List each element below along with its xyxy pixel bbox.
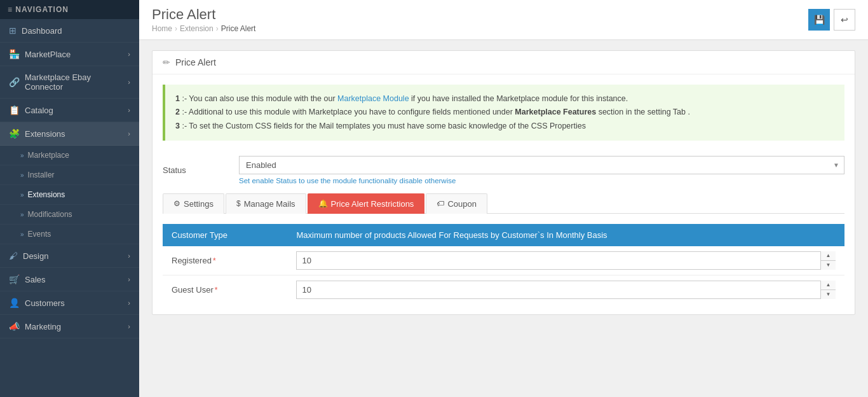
chevron-right-icon: › (128, 299, 130, 307)
sidebar-item-label: MarketPlace (25, 50, 71, 59)
spinner-down-btn[interactable]: ▼ (821, 261, 836, 270)
max-products-cell: ▲ ▼ (287, 275, 844, 304)
sidebar-item-marketing[interactable]: 📣 Marketing › (0, 315, 139, 338)
number-spinners: ▲ ▼ (820, 281, 836, 299)
design-icon: 🖌 (9, 251, 18, 261)
required-indicator: * (215, 286, 218, 295)
pencil-icon: ✏ (163, 57, 170, 67)
chevron-right-icon: › (128, 323, 130, 330)
sidebar-sub-modifications[interactable]: » Modifications (0, 205, 139, 225)
status-select-wrapper: Enabled Disabled (239, 156, 844, 174)
sidebar-item-label: Sales (25, 275, 46, 284)
sidebar-sub-installer[interactable]: » Installer (0, 165, 139, 185)
spinner-up-btn[interactable]: ▲ (821, 281, 836, 290)
breadcrumb-home[interactable]: Home (152, 24, 172, 33)
tab-price-alert-restrictions[interactable]: 🔔 Price Alert Restrictions (308, 193, 425, 214)
sidebar-item-marketplace-ebay[interactable]: 🔗 Marketplace Ebay Connector › (0, 66, 139, 99)
tab-label: Manage Mails (244, 199, 295, 209)
sidebar-sub-label: Extensions (28, 190, 65, 199)
tab-label: Coupon (447, 199, 477, 209)
sidebar-item-marketplace[interactable]: 🏪 MarketPlace › (0, 43, 139, 66)
sidebar-item-label: Dashboard (22, 26, 62, 36)
page-title-area: Price Alert Home › Extension › Price Ale… (152, 6, 255, 33)
status-control: Enabled Disabled Set enable Status to us… (239, 156, 844, 185)
chevron-right-icon: › (128, 275, 130, 283)
sidebar-item-dashboard[interactable]: ⊞ Dashboard (0, 19, 139, 43)
info-line-3: 3 :- To set the Custom CSS fields for th… (175, 120, 834, 133)
breadcrumb-current: Price Alert (221, 24, 256, 33)
sub-arrow-icon: » (20, 172, 24, 179)
sub-arrow-icon: » (20, 152, 24, 159)
number-input-0[interactable] (296, 251, 836, 270)
col-max-products: Maximum number of products Allowed For R… (287, 224, 844, 246)
info-line-1: 1 :- You can also use this module with t… (175, 92, 834, 106)
content-area: ✏ Price Alert 1 :- You can also use this… (139, 40, 868, 397)
manage-mails-tab-icon: $ (236, 199, 241, 208)
info-box: 1 :- You can also use this module with t… (163, 85, 844, 141)
coupon-tab-icon: 🏷 (437, 199, 444, 208)
status-row: Status Enabled Disabled Set enable Statu… (163, 151, 844, 190)
chevron-right-icon: › (128, 106, 130, 114)
chevron-down-icon: › (128, 130, 130, 137)
sub-arrow-icon: » (20, 211, 24, 218)
card-title: Price Alert (175, 57, 216, 67)
status-select[interactable]: Enabled Disabled (239, 156, 844, 174)
sidebar-item-label: Catalog (25, 106, 53, 115)
save-button[interactable]: 💾 (808, 9, 830, 31)
marketplace-module-link[interactable]: Marketplace Module (337, 94, 409, 103)
header-actions: 💾 ↩ (808, 9, 855, 31)
number-input-1[interactable] (296, 281, 836, 299)
sidebar-sub-label: Marketplace (28, 151, 69, 160)
main-card: ✏ Price Alert 1 :- You can also use this… (152, 50, 855, 315)
breadcrumb-sep2: › (216, 24, 219, 33)
card-body: 1 :- You can also use this module with t… (153, 74, 855, 314)
sidebar-item-label: Design (23, 251, 48, 261)
catalog-icon: 📋 (9, 105, 20, 115)
sidebar-sub-marketplace[interactable]: » Marketplace (0, 146, 139, 165)
breadcrumb: Home › Extension › Price Alert (152, 24, 255, 33)
sidebar-sub-events[interactable]: » Events (0, 225, 139, 244)
settings-tab-icon: ⚙ (173, 199, 180, 208)
customers-icon: 👤 (9, 298, 20, 308)
tab-coupon[interactable]: 🏷 Coupon (426, 193, 487, 214)
price-alert-tab-icon: 🔔 (318, 199, 328, 208)
info-line-2: 2 :- Additional to use this module with … (175, 106, 834, 119)
chevron-right-icon: › (128, 50, 130, 58)
sidebar-item-catalog[interactable]: 📋 Catalog › (0, 99, 139, 122)
tab-manage-mails[interactable]: $ Manage Mails (226, 193, 306, 214)
sidebar-item-customers[interactable]: 👤 Customers › (0, 291, 139, 315)
spinner-down-btn[interactable]: ▼ (821, 290, 836, 299)
sidebar-sub-label: Installer (28, 171, 55, 179)
tab-label: Settings (184, 199, 214, 209)
sidebar-item-design[interactable]: 🖌 Design › (0, 244, 139, 268)
col-customer-type: Customer Type (163, 224, 287, 246)
sub-arrow-icon: » (20, 192, 24, 198)
status-label: Status (163, 165, 239, 175)
sub-arrow-icon: » (20, 231, 24, 238)
customer-type-cell: Registered* (163, 246, 287, 275)
tab-settings[interactable]: ⚙ Settings (163, 193, 224, 214)
breadcrumb-extension[interactable]: Extension (180, 24, 214, 33)
sidebar-sub-extensions[interactable]: » Extensions (0, 185, 139, 205)
sidebar-item-sales[interactable]: 🛒 Sales › (0, 268, 139, 291)
extensions-icon: 🧩 (9, 129, 20, 139)
main-content: Price Alert Home › Extension › Price Ale… (139, 0, 868, 397)
status-hint: Set enable Status to use the module func… (239, 177, 844, 185)
back-button[interactable]: ↩ (834, 9, 855, 31)
number-input-wrap: ▲ ▼ (296, 281, 836, 299)
sidebar: ≡ NAVIGATION ⊞ Dashboard 🏪 MarketPlace ›… (0, 0, 139, 397)
breadcrumb-sep1: › (175, 24, 177, 33)
required-indicator: * (213, 256, 216, 265)
restrictions-table: Customer Type Maximum number of products… (163, 224, 844, 304)
sidebar-item-label: Marketplace Ebay Connector (25, 73, 128, 92)
sidebar-item-extensions[interactable]: 🧩 Extensions › (0, 122, 139, 146)
page-title: Price Alert (152, 6, 255, 23)
chevron-right-icon: › (128, 252, 130, 260)
sales-icon: 🛒 (9, 274, 20, 284)
table-row: Guest User* ▲ ▼ (163, 275, 844, 304)
nav-header: ≡ NAVIGATION (0, 0, 139, 19)
sidebar-item-label: Marketing (25, 322, 61, 331)
spinner-up-btn[interactable]: ▲ (821, 251, 836, 261)
customer-type-cell: Guest User* (163, 275, 287, 304)
marketplace-icon: 🏪 (9, 49, 20, 59)
